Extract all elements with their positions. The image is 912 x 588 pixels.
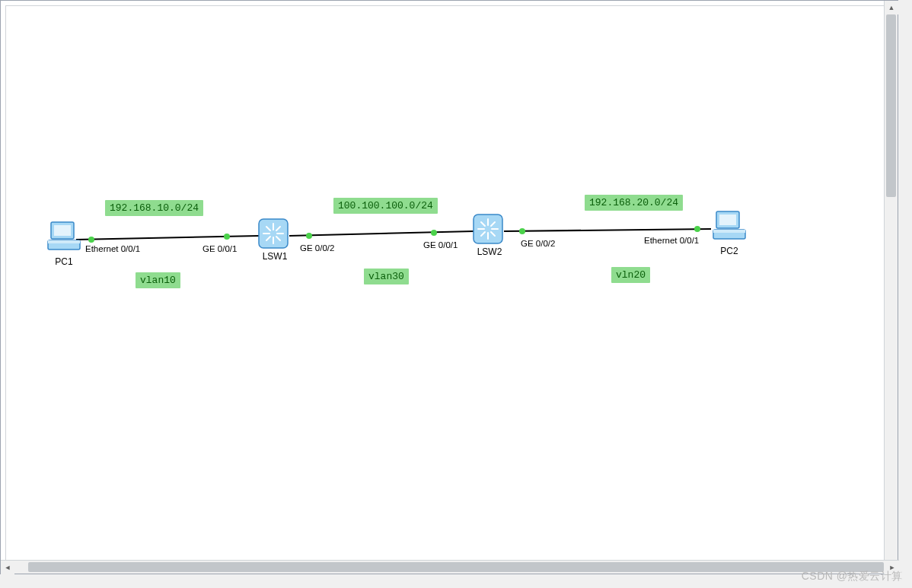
topology-window: PC1 LSW1 bbox=[0, 0, 898, 574]
iface-pc1-eth: Ethernet 0/0/1 bbox=[85, 244, 140, 253]
node-label: LSW2 bbox=[472, 246, 507, 257]
vlan-tag-right[interactable]: vln20 bbox=[611, 267, 650, 283]
topology-canvas-frame: PC1 LSW1 bbox=[5, 5, 888, 570]
link-status-dot bbox=[224, 234, 230, 240]
scroll-track[interactable] bbox=[14, 561, 885, 574]
pc-icon bbox=[712, 210, 747, 242]
vlan-tag-left[interactable]: vlan10 bbox=[136, 272, 180, 288]
link-lines bbox=[6, 6, 889, 571]
scroll-track[interactable] bbox=[885, 14, 898, 561]
svg-line-2 bbox=[504, 229, 711, 231]
pc-icon bbox=[46, 221, 81, 253]
iface-lsw1-ge2: GE 0/0/2 bbox=[300, 243, 334, 253]
switch-icon bbox=[472, 213, 504, 245]
node-label: PC1 bbox=[43, 256, 85, 267]
svg-line-1 bbox=[289, 231, 474, 236]
iface-pc2-eth: Ethernet 0/0/1 bbox=[644, 236, 699, 245]
svg-line-0 bbox=[76, 236, 259, 240]
scroll-left-arrow-icon[interactable]: ◄ bbox=[1, 561, 14, 574]
link-status-dot bbox=[306, 233, 312, 239]
link-status-dot bbox=[88, 237, 94, 243]
switch-icon bbox=[257, 218, 289, 250]
svg-rect-4 bbox=[54, 225, 71, 236]
svg-rect-28 bbox=[713, 230, 745, 233]
subnet-tag-middle[interactable]: 100.100.100.0/24 bbox=[333, 198, 438, 214]
vlan-tag-middle[interactable]: vlan30 bbox=[364, 269, 409, 284]
node-pc2[interactable]: PC2 bbox=[708, 210, 751, 256]
iface-lsw2-ge1: GE 0/0/1 bbox=[423, 240, 458, 250]
scroll-right-arrow-icon[interactable]: ► bbox=[885, 561, 899, 574]
subnet-tag-left[interactable]: 192.168.10.0/24 bbox=[105, 200, 203, 216]
node-lsw2[interactable]: LSW2 bbox=[472, 213, 507, 257]
horizontal-scrollbar[interactable]: ◄ ► bbox=[1, 560, 899, 574]
link-status-dot bbox=[431, 230, 437, 236]
svg-rect-6 bbox=[48, 240, 80, 243]
vertical-scrollbar[interactable]: ▲ ▼ bbox=[884, 1, 898, 575]
scroll-up-arrow-icon[interactable]: ▲ bbox=[885, 1, 898, 14]
topology-canvas[interactable]: PC1 LSW1 bbox=[6, 6, 888, 569]
scroll-thumb[interactable] bbox=[886, 14, 896, 197]
scroll-thumb[interactable] bbox=[28, 562, 884, 572]
node-pc1[interactable]: PC1 bbox=[43, 221, 85, 267]
iface-lsw2-ge2: GE 0/0/2 bbox=[521, 239, 555, 248]
node-label: PC2 bbox=[708, 246, 751, 256]
svg-rect-26 bbox=[719, 215, 736, 225]
link-status-dot bbox=[694, 226, 700, 232]
node-label: LSW1 bbox=[257, 251, 292, 262]
iface-lsw1-ge1: GE 0/0/1 bbox=[202, 244, 237, 253]
subnet-tag-right[interactable]: 192.168.20.0/24 bbox=[585, 195, 683, 211]
link-status-dot bbox=[519, 228, 525, 234]
node-lsw1[interactable]: LSW1 bbox=[257, 218, 292, 262]
